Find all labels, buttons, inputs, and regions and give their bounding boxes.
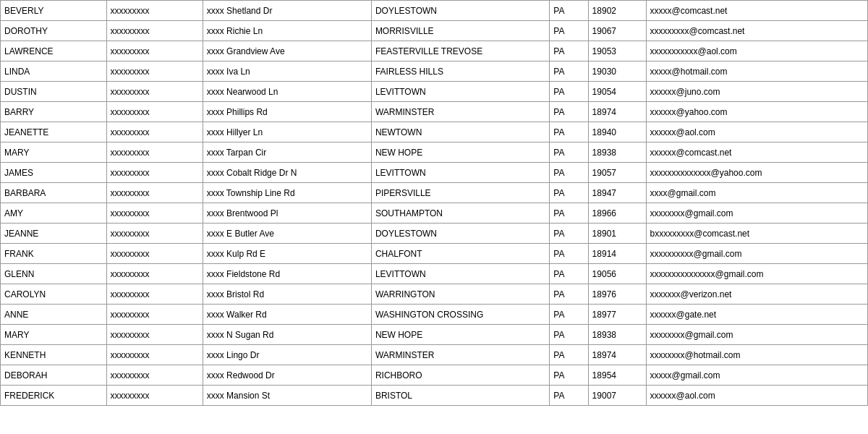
table-cell-fourth: CHALFONT xyxy=(371,244,549,264)
table-cell-first: MARY xyxy=(1,325,107,345)
table-row: DOROTHYxxxxxxxxxxxxx Richie LnMORRISVILL… xyxy=(1,21,868,41)
table-cell-sixth: 18974 xyxy=(588,345,646,365)
table-cell-sixth: 19056 xyxy=(588,264,646,284)
table-cell-third: xxxx Kulp Rd E xyxy=(203,244,371,264)
table-cell-first: GLENN xyxy=(1,264,107,284)
table-row: DUSTINxxxxxxxxxxxxx Nearwood LnLEVITTOWN… xyxy=(1,82,868,102)
table-cell-fourth: WASHINGTON CROSSING xyxy=(371,305,549,325)
table-cell-fifth: PA xyxy=(550,305,588,325)
table-cell-second: xxxxxxxxx xyxy=(106,365,203,386)
table-cell-third: xxxx Richie Ln xyxy=(203,21,371,41)
table-cell-seventh: bxxxxxxxxx@comcast.net xyxy=(646,224,867,244)
table-cell-fourth: WARRINGTON xyxy=(371,284,549,305)
table-cell-second: xxxxxxxxx xyxy=(106,244,203,264)
table-cell-third: xxxx N Sugan Rd xyxy=(203,325,371,345)
table-cell-third: xxxx Fieldstone Rd xyxy=(203,264,371,284)
table-cell-sixth: 18914 xyxy=(588,244,646,264)
table-cell-fifth: PA xyxy=(550,41,588,61)
table-cell-second: xxxxxxxxx xyxy=(106,61,203,82)
table-cell-fifth: PA xyxy=(550,183,588,203)
table-cell-second: xxxxxxxxx xyxy=(106,183,203,203)
table-cell-fourth: NEWTOWN xyxy=(371,122,549,142)
table-cell-fourth: NEW HOPE xyxy=(371,325,549,345)
table-cell-fifth: PA xyxy=(550,61,588,82)
table-cell-second: xxxxxxxxx xyxy=(106,284,203,305)
table-cell-first: FRANK xyxy=(1,244,107,264)
table-cell-second: xxxxxxxxx xyxy=(106,163,203,183)
table-cell-second: xxxxxxxxx xyxy=(106,142,203,163)
table-cell-second: xxxxxxxxx xyxy=(106,122,203,142)
table-row: AMYxxxxxxxxxxxxx Brentwood PlSOUTHAMPTON… xyxy=(1,203,868,224)
table-cell-sixth: 18902 xyxy=(588,1,646,21)
table-cell-third: xxxx Tarpan Cir xyxy=(203,142,371,163)
table-cell-first: LAWRENCE xyxy=(1,41,107,61)
table-cell-fifth: PA xyxy=(550,163,588,183)
table-cell-fifth: PA xyxy=(550,82,588,102)
table-cell-seventh: xxxxxx@juno.com xyxy=(646,82,867,102)
main-container: BEVERLYxxxxxxxxxxxxx Shetland DrDOYLESTO… xyxy=(0,0,868,434)
table-cell-fifth: PA xyxy=(550,284,588,305)
table-cell-fourth: PIPERSVILLE xyxy=(371,183,549,203)
table-cell-first: BARBARA xyxy=(1,183,107,203)
table-cell-sixth: 19053 xyxy=(588,41,646,61)
table-cell-seventh: xxxxxx@yahoo.com xyxy=(646,102,867,122)
table-cell-seventh: xxxxxxx@verizon.net xyxy=(646,284,867,305)
table-cell-third: xxxx Iva Ln xyxy=(203,61,371,82)
table-cell-second: xxxxxxxxx xyxy=(106,21,203,41)
table-row: DEBORAHxxxxxxxxxxxxx Redwood DrRICHBOROP… xyxy=(1,365,868,386)
table-cell-second: xxxxxxxxx xyxy=(106,41,203,61)
table-cell-fifth: PA xyxy=(550,203,588,224)
table-cell-seventh: xxxxxxxxxx@gmail.com xyxy=(646,244,867,264)
table-cell-fourth: MORRISVILLE xyxy=(371,21,549,41)
table-cell-third: xxxx Phillips Rd xyxy=(203,102,371,122)
data-table: BEVERLYxxxxxxxxxxxxx Shetland DrDOYLESTO… xyxy=(0,0,868,406)
table-cell-third: xxxx Walker Rd xyxy=(203,305,371,325)
table-cell-third: xxxx Bristol Rd xyxy=(203,284,371,305)
table-cell-third: xxxx Redwood Dr xyxy=(203,365,371,386)
table-cell-seventh: xxxxxx@comcast.net xyxy=(646,142,867,163)
table-row: BARBARAxxxxxxxxxxxxx Township Line RdPIP… xyxy=(1,183,868,203)
table-cell-fifth: PA xyxy=(550,102,588,122)
table-cell-fourth: FEASTERVILLE TREVOSE xyxy=(371,41,549,61)
table-cell-fifth: PA xyxy=(550,21,588,41)
table-cell-fourth: WARMINSTER xyxy=(371,102,549,122)
table-cell-first: JEANETTE xyxy=(1,122,107,142)
table-row: KENNETHxxxxxxxxxxxxx Lingo DrWARMINSTERP… xyxy=(1,345,868,365)
table-cell-fifth: PA xyxy=(550,122,588,142)
table-cell-sixth: 19007 xyxy=(588,386,646,406)
table-cell-fifth: PA xyxy=(550,365,588,386)
table-cell-sixth: 18966 xyxy=(588,203,646,224)
table-row: CAROLYNxxxxxxxxxxxxx Bristol RdWARRINGTO… xyxy=(1,284,868,305)
table-cell-fifth: PA xyxy=(550,1,588,21)
table-row: JEANETTExxxxxxxxxxxxx Hillyer LnNEWTOWNP… xyxy=(1,122,868,142)
table-row: FRANKxxxxxxxxxxxxx Kulp Rd ECHALFONTPA18… xyxy=(1,244,868,264)
table-cell-first: BEVERLY xyxy=(1,1,107,21)
table-cell-fourth: BRISTOL xyxy=(371,386,549,406)
table-cell-sixth: 18976 xyxy=(588,284,646,305)
table-cell-fourth: DOYLESTOWN xyxy=(371,224,549,244)
table-cell-sixth: 19030 xyxy=(588,61,646,82)
table-cell-fourth: DOYLESTOWN xyxy=(371,1,549,21)
table-row: BEVERLYxxxxxxxxxxxxx Shetland DrDOYLESTO… xyxy=(1,1,868,21)
table-cell-fourth: LEVITTOWN xyxy=(371,163,549,183)
table-cell-fourth: RICHBORO xyxy=(371,365,549,386)
table-cell-sixth: 18938 xyxy=(588,325,646,345)
table-cell-second: xxxxxxxxx xyxy=(106,345,203,365)
table-cell-second: xxxxxxxxx xyxy=(106,386,203,406)
table-cell-second: xxxxxxxxx xyxy=(106,224,203,244)
table-cell-first: CAROLYN xyxy=(1,284,107,305)
table-cell-sixth: 18940 xyxy=(588,122,646,142)
table-cell-fourth: NEW HOPE xyxy=(371,142,549,163)
table-cell-second: xxxxxxxxx xyxy=(106,325,203,345)
table-cell-seventh: xxxxxxxxxxx@aol.com xyxy=(646,41,867,61)
table-cell-third: xxxx Cobalt Ridge Dr N xyxy=(203,163,371,183)
table-row: JEANNExxxxxxxxxxxxx E Butler AveDOYLESTO… xyxy=(1,224,868,244)
table-cell-sixth: 18947 xyxy=(588,183,646,203)
table-row: ANNExxxxxxxxxxxxx Walker RdWASHINGTON CR… xyxy=(1,305,868,325)
table-cell-seventh: xxxxxxxx@gmail.com xyxy=(646,325,867,345)
table-row: GLENNxxxxxxxxxxxxx Fieldstone RdLEVITTOW… xyxy=(1,264,868,284)
table-cell-first: AMY xyxy=(1,203,107,224)
table-cell-fifth: PA xyxy=(550,142,588,163)
table-cell-first: KENNETH xyxy=(1,345,107,365)
table-cell-fifth: PA xyxy=(550,224,588,244)
